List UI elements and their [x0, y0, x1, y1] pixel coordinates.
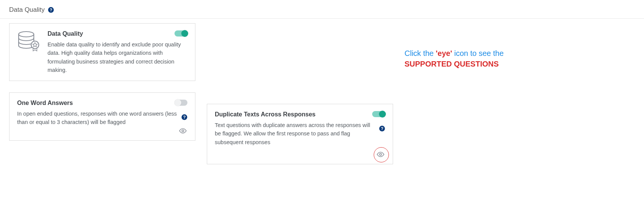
eye-icon[interactable]: [178, 127, 187, 136]
svg-point-9: [379, 154, 381, 156]
column-right: ? Duplicate Texts Across Responses Text …: [207, 104, 393, 164]
annotation-text: Click the: [404, 49, 436, 57]
annotation-note: Click the 'eye' icon to see the SUPPORTE…: [404, 48, 504, 69]
card-title: Duplicate Texts Across Responses: [215, 111, 375, 118]
toggle-duplicate-texts[interactable]: [372, 111, 385, 117]
svg-point-6: [182, 130, 184, 132]
help-icon[interactable]: ?: [379, 126, 385, 132]
card-title: Data Quality: [48, 30, 187, 37]
card-columns: Data Quality Enable data quality to iden…: [9, 23, 393, 164]
card-description: Text questions with duplicate answers ac…: [215, 121, 375, 146]
card-one-word-answers: ? One Word Answers In open ended questio…: [9, 92, 195, 141]
toggle-data-quality[interactable]: [174, 30, 187, 37]
page-title: Data Quality: [9, 6, 45, 14]
card-description: Enable data quality to identify and excl…: [48, 40, 187, 75]
svg-text:?: ?: [49, 8, 52, 12]
annotation-eye-word: eye: [438, 49, 450, 57]
annotation-line-2: SUPPORTED QUESTIONS: [404, 59, 504, 69]
card-duplicate-texts: ? Duplicate Texts Across Responses Text …: [207, 104, 393, 164]
svg-point-2: [19, 32, 34, 37]
content-area: Data Quality Enable data quality to iden…: [0, 19, 644, 169]
help-icon[interactable]: ?: [181, 114, 187, 120]
svg-text:?: ?: [381, 126, 384, 131]
column-left: Data Quality Enable data quality to iden…: [9, 23, 195, 141]
card-data-quality: Data Quality Enable data quality to iden…: [9, 23, 195, 81]
eye-icon[interactable]: [376, 151, 385, 159]
help-icon[interactable]: ?: [48, 7, 54, 13]
page-header: Data Quality ?: [0, 0, 644, 19]
annotation-line-1: Click the 'eye' icon to see the: [404, 48, 504, 59]
toggle-one-word-answers[interactable]: [174, 100, 187, 106]
svg-text:?: ?: [183, 115, 186, 119]
database-quality-icon: [17, 30, 41, 54]
annotation-text: icon to see the: [452, 49, 504, 57]
card-description: In open ended questions, responses with …: [17, 110, 178, 127]
card-title: One Word Answers: [17, 100, 178, 106]
